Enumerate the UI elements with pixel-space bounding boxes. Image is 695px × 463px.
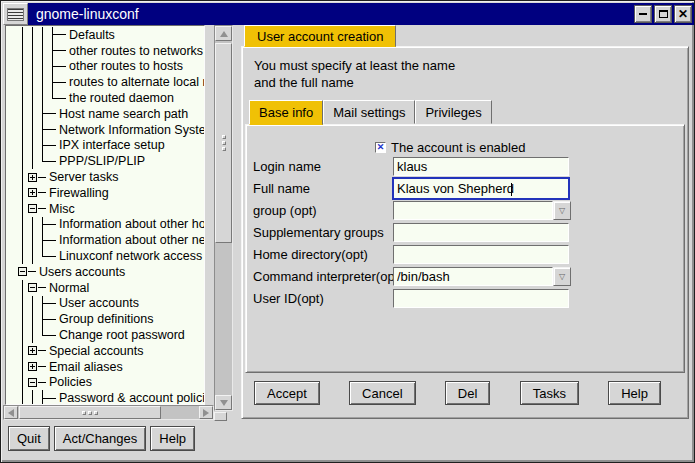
maximize-button[interactable] [654, 5, 672, 23]
tree-connector [18, 122, 28, 138]
tree-item-linuxconf-network-access[interactable]: Linuxconf network access [6, 248, 204, 264]
window-menu-button[interactable] [3, 3, 28, 25]
tree-item-other-routes-to-networks[interactable]: other routes to networks [6, 43, 204, 59]
tree-item-normal[interactable]: Normal [6, 280, 204, 296]
minimize-button[interactable] [634, 5, 652, 23]
collapse-minus-icon[interactable] [28, 378, 37, 387]
vertical-scrollbar-thumb[interactable] [215, 43, 232, 243]
tree-connector [38, 43, 48, 59]
scroll-left-button[interactable] [4, 406, 18, 419]
dropdown-arrow-button[interactable] [553, 267, 571, 286]
tree-item-user-accounts[interactable]: User accounts [6, 296, 204, 312]
tree-vertical-scrollbar[interactable] [214, 25, 233, 411]
tree-item-firewalling[interactable]: Firewalling [6, 185, 204, 201]
tree-item-label: Host name search path [59, 107, 188, 121]
tree-item-label: Network Information System [59, 123, 205, 137]
tree-item-ipx-interface-setup[interactable]: IPX interface setup [6, 138, 204, 154]
del-button[interactable]: Del [445, 381, 491, 405]
home-directory-opt-input[interactable] [393, 245, 569, 264]
tree-connector [38, 327, 56, 343]
horizontal-scrollbar-thumb[interactable] [19, 406, 161, 419]
tree-item-the-routed-daemon[interactable]: the routed daemon [6, 90, 204, 106]
scroll-up-icon [220, 31, 228, 37]
help-button[interactable]: Help [150, 426, 195, 451]
tree-item-server-tasks[interactable]: Server tasks [6, 169, 204, 185]
supplementary-groups-input[interactable] [393, 223, 569, 242]
window-title: gnome-linuxconf [36, 6, 634, 22]
tree-item-users-accounts[interactable]: Users accounts [6, 264, 204, 280]
tree-item-information-about-other-hosts[interactable]: Information about other hosts [6, 217, 204, 233]
tree-item-host-name-search-path[interactable]: Host name search path [6, 106, 204, 122]
scroll-up-button[interactable] [215, 26, 232, 41]
tree[interactable]: Defaultsother routes to networksother ro… [5, 25, 205, 405]
close-button[interactable]: ✕ [674, 5, 692, 23]
tree-item-email-aliases[interactable]: Email aliases [6, 359, 204, 375]
group-opt-input[interactable] [393, 201, 553, 220]
home-directory-opt-label: Home directory(opt) [253, 247, 393, 262]
tree-item-special-accounts[interactable]: Special accounts [6, 343, 204, 359]
command-interpreter-opt-input[interactable] [393, 267, 553, 286]
login-name-input[interactable] [393, 157, 569, 176]
tree-connector [28, 217, 38, 233]
tree-connector [18, 138, 28, 154]
tree-item-group-definitions[interactable]: Group definitions [6, 311, 204, 327]
tasks-button[interactable]: Tasks [520, 381, 579, 405]
tree-item-misc[interactable]: Misc [6, 201, 204, 217]
tree-connector [18, 375, 28, 391]
tree-connector [38, 74, 48, 90]
group-opt-label: group (opt) [253, 203, 393, 218]
supplementary-groups-label: Supplementary groups [253, 225, 393, 240]
tree-connector [48, 59, 66, 75]
form-row-user-id-opt: User ID(opt) [253, 287, 571, 309]
tree-item-label: the routed daemon [69, 91, 174, 105]
tab-privileges[interactable]: Privileges [415, 100, 491, 124]
act-changes-button[interactable]: Act/Changes [54, 426, 146, 451]
tree-item-information-about-other-networks[interactable]: Information about other networks [6, 232, 204, 248]
tree-item-ppp-slip-plip[interactable]: PPP/SLIP/PLIP [6, 153, 204, 169]
accept-button[interactable]: Accept [254, 381, 320, 405]
expand-plus-icon[interactable] [28, 362, 37, 371]
tree-connector [48, 74, 66, 90]
tree-item-defaults[interactable]: Defaults [6, 27, 204, 43]
tree-connector [48, 43, 66, 59]
tree-connector [28, 138, 38, 154]
tab-mail-settings[interactable]: Mail settings [323, 100, 415, 124]
tree-connector [18, 217, 28, 233]
tree-item-label: Special accounts [49, 344, 144, 358]
tree-item-network-information-system[interactable]: Network Information System [6, 122, 204, 138]
account-enabled-checkbox[interactable] [375, 142, 386, 153]
tree-item-label: Change root password [59, 328, 185, 342]
tree-item-routes-to-alternate-local-nets[interactable]: routes to alternate local nets [6, 74, 204, 90]
collapse-minus-icon[interactable] [18, 267, 27, 276]
dropdown-arrow-button[interactable] [553, 201, 571, 220]
form-message-line2: and the full name [254, 74, 455, 91]
scroll-down-button[interactable] [215, 395, 232, 410]
form-row-home-directory-opt: Home directory(opt) [253, 243, 571, 265]
tree-item-other-routes-to-hosts[interactable]: other routes to hosts [6, 59, 204, 75]
tree-connector [18, 280, 28, 296]
cancel-button[interactable]: Cancel [349, 381, 415, 405]
tree-connector [28, 390, 38, 405]
tree-item-change-root-password[interactable]: Change root password [6, 327, 204, 343]
tree-item-label: Misc [49, 202, 75, 216]
scroll-right-button[interactable] [199, 406, 213, 419]
tree-item-label: other routes to networks [69, 44, 203, 58]
expand-plus-icon[interactable] [28, 346, 37, 355]
collapse-minus-icon[interactable] [28, 283, 37, 292]
tree-connector [38, 248, 56, 264]
user-id-opt-input[interactable] [393, 289, 569, 308]
full-name-input[interactable] [392, 177, 570, 200]
help-button[interactable]: Help [608, 381, 661, 405]
collapse-minus-icon[interactable] [28, 204, 37, 213]
expand-plus-icon[interactable] [28, 173, 37, 182]
tab-base-info[interactable]: Base info [249, 100, 323, 125]
tree-connector [28, 106, 38, 122]
tab-user-account-creation[interactable]: User account creation [244, 25, 396, 47]
tree-horizontal-scrollbar[interactable] [3, 405, 214, 420]
tree-connector [18, 296, 28, 312]
tree-item-policies[interactable]: Policies [6, 375, 204, 391]
expand-plus-icon[interactable] [28, 188, 37, 197]
quit-button[interactable]: Quit [8, 426, 50, 451]
scrollbar-grip-icon [82, 411, 98, 415]
tree-item-password-account-policies[interactable]: Password & account policies [6, 390, 204, 405]
